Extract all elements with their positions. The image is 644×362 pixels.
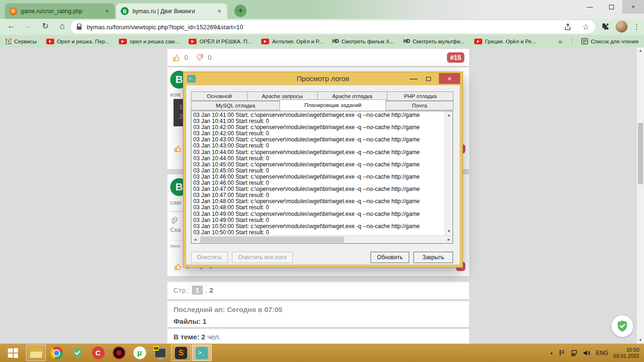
browser-tab-game[interactable]: game.ru/cron_rating.php × [5, 3, 115, 19]
dialog-window-controls: — × [406, 72, 462, 85]
browser-close-button[interactable]: × [622, 0, 644, 14]
clear-all-logs-button[interactable]: Очистить все логи [232, 252, 293, 263]
browser-window-controls: — × [579, 0, 644, 14]
reload-icon[interactable]: ↻ [40, 21, 51, 31]
pagination-comma: , [205, 286, 207, 294]
home-icon[interactable]: ⌂ [57, 21, 68, 31]
shield-check-icon [72, 347, 83, 359]
youtube-icon [46, 39, 54, 44]
scroll-left-icon[interactable]: ◄ [191, 238, 199, 242]
tray-expand-icon[interactable]: ▲ [550, 351, 553, 355]
dialog-titlebar[interactable]: >_ Просмотр логов — × [183, 72, 462, 85]
log-line: 03 Jan 10:44:00 Start: c:\openserver\mod… [193, 149, 443, 156]
taskbar-log-viewer[interactable]: >_ [192, 345, 212, 361]
taskbar-explorer[interactable] [26, 345, 46, 361]
dark-game-icon [113, 346, 125, 359]
last-up-text: Последний ап: Сегодня в 07:05 [167, 301, 469, 313]
like-count: 0 [184, 54, 188, 61]
forward-icon[interactable]: → [23, 21, 34, 31]
tab-php-debug[interactable]: PHP отладка [387, 91, 454, 101]
taskbar-ccleaner[interactable]: C [88, 345, 108, 361]
volume-icon[interactable] [583, 350, 591, 356]
new-tab-button[interactable]: + [234, 5, 247, 17]
tab-close-icon[interactable]: × [216, 8, 223, 15]
signature-dashes: ------- [170, 207, 184, 214]
scrollbar-thumb[interactable] [638, 123, 643, 184]
start-button[interactable] [0, 345, 25, 361]
taskbar-monitor-app[interactable]: 99 [150, 345, 170, 361]
url-text[interactable]: bymas.ru/forum/viewtopic.php?topic_id=15… [87, 24, 564, 31]
restore-icon [609, 5, 614, 9]
scroll-down-icon[interactable]: ▼ [637, 338, 644, 342]
bookmark-item[interactable]: ОРЁЛ И РЕШКА. П... [189, 39, 252, 44]
scrollbar-thumb[interactable] [200, 237, 344, 243]
bookmark-item[interactable]: Греция. Орёл и Ре... [474, 39, 536, 44]
log-line: 03 Jan 10:49:00 Start: c:\openserver\mod… [193, 211, 443, 217]
refresh-button[interactable]: Обновить [371, 252, 409, 263]
page-scrollbar[interactable]: ▲ ▼ [637, 48, 644, 344]
bookmark-item[interactable]: HDСмотреть фильм Х... [332, 39, 394, 44]
language-indicator[interactable]: ENG [596, 350, 608, 356]
taskbar-game-app[interactable] [109, 345, 129, 361]
browser-tabstrip: game.ru/cron_rating.php × B bymas.ru | Д… [0, 0, 644, 19]
youtube-icon [119, 39, 127, 44]
thumbs-up-icon[interactable] [173, 145, 182, 153]
action-center-flag-icon[interactable] [559, 350, 565, 356]
share-icon[interactable] [564, 23, 572, 31]
bookmark-item[interactable]: Орел и решка. Пер... [46, 39, 110, 44]
attachment-link-fragment[interactable]: Ска [170, 226, 181, 233]
dialog-minimize-button[interactable]: — [406, 74, 421, 83]
tab-mysql-debug[interactable]: MySQL отладка [191, 101, 280, 110]
in-topic-label: В теме: [173, 333, 199, 341]
back-icon[interactable]: ← [6, 21, 17, 31]
clock[interactable]: 10:50 03.01.2022 [613, 347, 639, 359]
network-icon[interactable] [570, 350, 578, 356]
bookmark-services[interactable]: Сервисы [6, 39, 37, 44]
clear-button[interactable]: Очистить [191, 252, 228, 263]
tab-close-icon[interactable]: × [104, 8, 110, 15]
scroll-down-icon[interactable]: ▼ [447, 227, 451, 235]
bookmark-item[interactable]: орел и решка сам... [119, 39, 179, 44]
thumbs-down-icon[interactable] [196, 54, 204, 62]
bookmark-item[interactable]: HDСмотреть мультфи... [404, 39, 465, 44]
adguard-assistant-button[interactable] [611, 315, 633, 337]
log-vertical-scrollbar[interactable]: ▲ ▼ [445, 111, 453, 235]
in-topic-count: 2 [201, 333, 205, 341]
taskbar-chrome[interactable] [47, 345, 66, 361]
tab-task-scheduler[interactable]: Планировщик заданий [280, 99, 386, 111]
scroll-up-icon[interactable]: ▲ [447, 111, 451, 119]
browser-restore-button[interactable] [601, 0, 622, 14]
tab-main[interactable]: Основной [191, 91, 248, 101]
profile-avatar[interactable] [616, 21, 627, 33]
address-bar[interactable]: bymas.ru/forum/viewtopic.php?topic_id=15… [71, 20, 595, 33]
extensions-puzzle-icon[interactable] [602, 23, 610, 31]
log-horizontal-scrollbar[interactable]: ◄ ► [191, 235, 453, 243]
close-button[interactable]: Закрыть [413, 252, 453, 263]
pagination-page-link[interactable]: 2 [209, 286, 213, 294]
thumbs-up-icon[interactable] [173, 263, 182, 271]
taskbar-adguard[interactable] [67, 345, 87, 361]
reading-list-icon [581, 38, 588, 44]
scroll-right-icon[interactable]: ► [445, 238, 453, 242]
pagination-label: Стр.: [173, 286, 190, 294]
browser-tab-bymas[interactable]: B bymas.ru | Двиг Викинги × [116, 3, 227, 19]
bookmarks-overflow-icon[interactable]: » [558, 38, 562, 45]
taskbar-utorrent[interactable]: µ [130, 345, 149, 361]
bookmark-star-icon[interactable]: ☆ [582, 22, 589, 32]
hd-icon: HD [404, 39, 410, 44]
chrome-icon [50, 346, 63, 359]
tab-mail[interactable]: Почта [386, 101, 454, 110]
reading-list-button[interactable]: Список для чтения [581, 38, 638, 44]
browser-minimize-button[interactable]: — [579, 0, 601, 14]
dialog-close-button[interactable]: × [439, 73, 460, 84]
scroll-up-icon[interactable]: ▲ [637, 49, 644, 53]
browser-menu-icon[interactable]: ⋮ [633, 23, 640, 31]
dialog-maximize-button[interactable] [421, 74, 436, 83]
tab-title: bymas.ru | Двиг Викинги [132, 8, 212, 15]
thumbs-up-icon[interactable] [172, 54, 181, 62]
bookmark-item[interactable]: Анталия. Орёл и Р... [261, 39, 323, 44]
pagination-block: Стр.: 1 , 2 [167, 282, 469, 299]
taskbar-sublime[interactable]: S [171, 345, 191, 361]
ccleaner-icon: C [92, 346, 105, 359]
log-output[interactable]: 03 Jan 10:41:00 Start: c:\openserver\mod… [191, 111, 445, 235]
